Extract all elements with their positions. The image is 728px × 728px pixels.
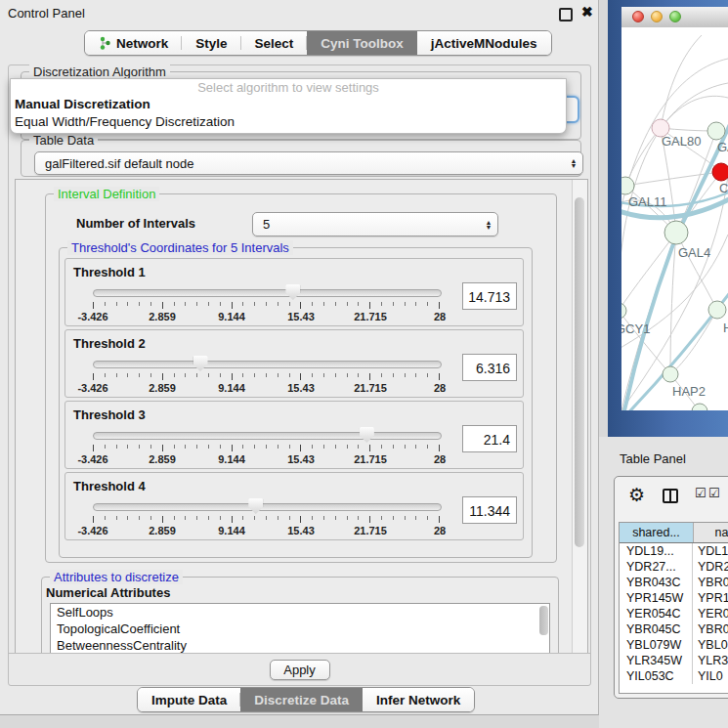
apply-button[interactable]: Apply	[270, 660, 330, 680]
attribute-list-scrollbar[interactable]	[539, 606, 548, 635]
slider-thumb[interactable]	[248, 498, 263, 514]
threshold-slider[interactable]: -3.4262.8599.14415.4321.71528	[93, 429, 440, 466]
attribute-item[interactable]: SelfLoops	[51, 604, 549, 621]
tab-label: Cyni Toolbox	[321, 36, 404, 51]
table-cell[interactable]: YIL0	[693, 668, 728, 684]
mac-minimize-button[interactable]	[651, 11, 663, 22]
threshold-label: Threshold 1	[73, 265, 146, 279]
slider-ticks	[93, 445, 440, 452]
table-cell[interactable]: YLR345W	[620, 653, 693, 668]
network-canvas[interactable]: GAL80GACGAL11GAL4GCY1HHAP2	[621, 27, 728, 410]
table-cell[interactable]: YBR045C	[620, 621, 693, 637]
table-cell[interactable]: YBL0	[693, 637, 728, 653]
tab-network[interactable]: Network	[85, 31, 182, 55]
table-column-header[interactable]: na	[694, 523, 728, 542]
table-cell[interactable]: YDL1	[693, 543, 728, 559]
scrollbar-thumb[interactable]	[575, 197, 584, 547]
float-window-icon[interactable]	[559, 8, 573, 21]
threshold-slider[interactable]: -3.4262.8599.14415.4321.71528	[93, 358, 440, 395]
attribute-list[interactable]: SelfLoopsTopologicalCoefficientBetweenne…	[50, 603, 550, 654]
network-edge[interactable]	[621, 83, 728, 293]
checkbox-icon[interactable]: ☑	[708, 486, 720, 500]
tab-jactivemnodules[interactable]: jActiveMNodules	[417, 31, 551, 55]
tab-discretize-data[interactable]: Discretize Data	[240, 688, 363, 711]
number-of-intervals-combo[interactable]: 5 ▲▼	[252, 212, 498, 236]
settings-scroll-panel: Interval Definition Number of Intervals …	[15, 179, 588, 654]
threshold-slider[interactable]: -3.4262.8599.14415.4321.71528	[93, 500, 440, 537]
tab-cyni-toolbox[interactable]: Cyni Toolbox	[307, 31, 417, 55]
settings-vertical-scrollbar[interactable]	[572, 180, 587, 653]
threshold-value-box[interactable]: 6.316	[462, 354, 517, 381]
table-row[interactable]: YBL079WYBL0	[620, 637, 728, 653]
network-node-GAL11[interactable]	[621, 177, 634, 194]
table-row[interactable]: YDL19...YDL1	[620, 543, 728, 559]
slider-track[interactable]	[93, 432, 442, 440]
checkbox-icon[interactable]: ☑	[695, 486, 707, 500]
attribute-item[interactable]: BetweennessCentrality	[51, 637, 549, 654]
slider-thumb[interactable]	[193, 356, 208, 371]
table-cell[interactable]: YER054C	[620, 606, 693, 621]
table-cell[interactable]: YBR0	[693, 621, 728, 637]
node-table: shared...na YDL19...YDL1YDR27...YDR2YBR0…	[619, 522, 728, 694]
table-cell[interactable]: YER0	[693, 606, 728, 621]
tab-select[interactable]: Select	[241, 31, 308, 55]
network-node-HAP2[interactable]	[663, 366, 678, 382]
table-row[interactable]: YDR27...YDR2	[620, 559, 728, 575]
close-icon[interactable]: ✖	[581, 4, 593, 20]
table-cell[interactable]: YPR145W	[620, 590, 693, 606]
table-cell[interactable]: YDL19...	[620, 543, 693, 559]
table-data-combo[interactable]: galFiltered.sif default node ▲▼	[34, 151, 583, 175]
mac-zoom-button[interactable]	[669, 11, 681, 22]
threshold-value-box[interactable]: 11.344	[462, 496, 517, 524]
network-node-node-red[interactable]	[712, 163, 728, 181]
table-cell[interactable]: YBR0	[693, 575, 728, 590]
network-node-node-top-right[interactable]	[707, 122, 725, 140]
network-edge[interactable]	[676, 233, 717, 310]
tab-style[interactable]: Style	[182, 31, 240, 55]
mac-close-button[interactable]	[632, 11, 644, 22]
table-cell[interactable]: YPR1	[693, 590, 728, 606]
table-cell[interactable]: YIL053C	[620, 668, 693, 684]
table-cell[interactable]: YBR043C	[620, 575, 693, 590]
network-edge[interactable]	[621, 233, 676, 311]
network-edge[interactable]	[661, 35, 702, 128]
table-cell[interactable]: YLR3	[693, 653, 728, 668]
table-row[interactable]: YLR345WYLR3	[620, 653, 728, 668]
slider-track[interactable]	[93, 503, 442, 511]
slider-thumb[interactable]	[285, 284, 300, 300]
network-node-GAL4[interactable]	[664, 221, 688, 244]
table-cell[interactable]: YDR2	[693, 559, 728, 575]
network-node-node-H[interactable]	[708, 301, 726, 319]
table-column-header[interactable]: shared...	[620, 523, 694, 542]
slider-track[interactable]	[93, 361, 442, 368]
table-cell[interactable]: YDR27...	[620, 559, 693, 575]
threshold-value-box[interactable]: 14.713	[462, 282, 517, 310]
threshold-value-box[interactable]: 21.4	[462, 425, 517, 452]
slider-track[interactable]	[93, 289, 442, 297]
algorithm-option[interactable]: Manual Discretization	[11, 96, 566, 113]
algorithm-popup-hint: Select algorithm to view settings	[11, 79, 566, 96]
columns-icon[interactable]	[663, 489, 678, 503]
network-window-titlebar[interactable]	[621, 7, 728, 28]
tab-infer-network[interactable]: Infer Network	[363, 688, 474, 711]
network-node-label: H	[723, 321, 728, 335]
gear-icon[interactable]: ⚙	[628, 484, 645, 506]
thresholds-group: Threshold's Coordinates for 5 Intervals …	[59, 247, 533, 558]
attribute-item[interactable]: TopologicalCoefficient	[51, 621, 549, 637]
table-row[interactable]: YBR043CYBR0	[620, 575, 728, 590]
algorithm-option[interactable]: Equal Width/Frequency Discretization	[11, 113, 566, 131]
table-row[interactable]: YBR045CYBR0	[620, 621, 728, 637]
tab-label: Network	[116, 36, 168, 51]
table-row[interactable]: YPR145WYPR1	[620, 590, 728, 606]
table-panel-title: Table Panel	[620, 451, 686, 466]
table-cell[interactable]: YBL079W	[620, 637, 693, 653]
network-node-GCY1[interactable]	[621, 303, 626, 319]
slider-thumb[interactable]	[360, 427, 374, 443]
table-row[interactable]: YIL053CYIL0	[620, 668, 728, 684]
table-row[interactable]: YER054CYER0	[620, 606, 728, 621]
tab-label: Impute Data	[151, 693, 227, 707]
threshold-slider[interactable]: -3.4262.8599.14415.4321.71528	[93, 286, 440, 323]
tab-impute-data[interactable]: Impute Data	[138, 688, 240, 711]
slider-tick-labels: -3.4262.8599.14415.4321.71528	[93, 311, 440, 322]
table-data-group-title: Table Data	[29, 133, 98, 148]
